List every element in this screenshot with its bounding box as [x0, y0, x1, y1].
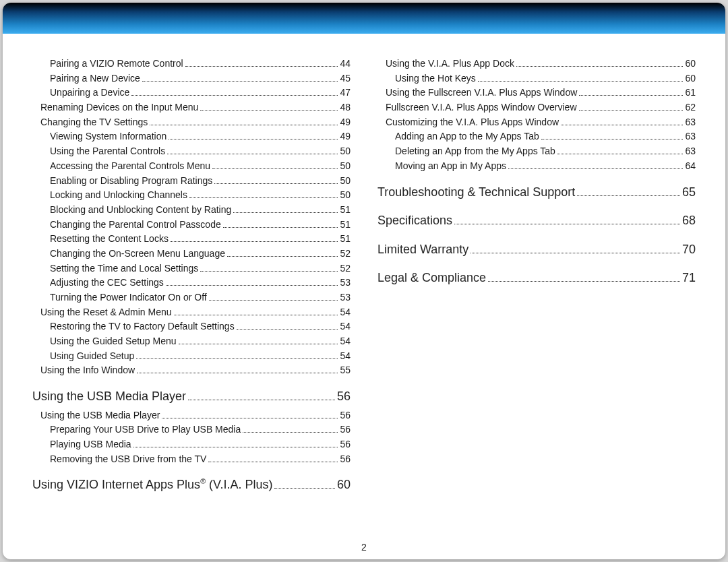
toc-entry: Changing the On-Screen Menu Language52	[32, 247, 351, 261]
toc-entry: Using the Info Window55	[32, 363, 351, 378]
toc-entry-title: Viewing System Information	[50, 129, 166, 144]
toc-leader-dots	[174, 315, 338, 315]
toc-leader-dots	[209, 300, 338, 301]
toc-entry: Playing USB Media56	[32, 437, 351, 452]
toc-entry-page: 49	[340, 129, 351, 144]
toc-entry-title: Setting the Time and Local Settings	[50, 261, 198, 276]
toc-entry-title: Customizing the V.I.A. Plus Apps Window	[386, 115, 559, 130]
toc-entry: Using the Parental Controls50	[32, 144, 351, 159]
toc-entry: Preparing Your USB Drive to Play USB Med…	[32, 423, 351, 437]
toc-leader-dots	[169, 139, 338, 139]
toc-entry-title: Using VIZIO Internet Apps Plus® (V.I.A. …	[32, 474, 272, 495]
toc-entry: Renaming Devices on the Input Menu48	[32, 100, 351, 115]
toc-entry-title: Preparing Your USB Drive to Play USB Med…	[50, 423, 241, 437]
toc-entry-title: Playing USB Media	[50, 437, 131, 452]
toc-entry-page: 54	[340, 319, 351, 334]
toc-entry-page: 54	[340, 349, 351, 364]
toc-leader-dots	[274, 488, 335, 489]
toc-leader-dots	[561, 125, 683, 125]
toc-entry-page: 56	[337, 386, 351, 407]
toc-entry: Changing the Parental Control Passcode51	[32, 218, 351, 232]
toc-entry-page: 53	[340, 276, 351, 290]
toc-entry-title: Using the Parental Controls	[50, 144, 165, 159]
toc-entry-page: 45	[340, 71, 351, 86]
manual-page: Pairing a VIZIO Remote Control44Pairing …	[3, 3, 725, 559]
toc-entry-page: 44	[340, 57, 351, 71]
toc-entry: Fullscreen V.I.A. Plus Apps Window Overv…	[377, 100, 696, 115]
toc-entry-page: 61	[685, 86, 696, 100]
toc-entry-page: 54	[340, 334, 351, 349]
toc-entry: Locking and Unlocking Channels50	[32, 188, 351, 203]
toc-entry-page: 56	[340, 437, 351, 452]
toc-leader-dots	[167, 154, 338, 154]
toc-entry-title: Enabling or Disabling Program Ratings	[50, 174, 212, 189]
toc-entry-page: 51	[340, 203, 351, 218]
toc-entry: Limited Warranty70	[377, 239, 696, 260]
toc-entry-page: 50	[340, 144, 351, 159]
toc-entry: Blocking and Unblocking Content by Ratin…	[32, 203, 351, 218]
toc-entry-page: 52	[340, 247, 351, 261]
toc-entry: Unpairing a Device47	[32, 86, 351, 100]
toc-entry-page: 51	[340, 232, 351, 247]
toc-leader-dots	[200, 110, 338, 111]
toc-content: Pairing a VIZIO Remote Control44Pairing …	[3, 34, 725, 503]
toc-entry-title: Using the Info Window	[40, 363, 135, 378]
toc-entry-page: 63	[685, 144, 696, 159]
toc-leader-dots	[488, 281, 680, 282]
toc-leader-dots	[223, 227, 338, 228]
toc-leader-dots	[133, 447, 338, 447]
toc-entry-page: 62	[685, 100, 696, 115]
toc-entry: Setting the Time and Local Settings52	[32, 261, 351, 276]
toc-entry-title: Changing the Parental Control Passcode	[50, 218, 221, 232]
toc-entry-title: Removing the USB Drive from the TV	[50, 452, 206, 467]
toc-entry-page: 70	[682, 239, 696, 260]
toc-entry-title: Changing the TV Settings	[40, 115, 148, 130]
toc-leader-dots	[227, 256, 338, 257]
toc-leader-dots	[162, 418, 338, 418]
toc-entry-page: 64	[685, 159, 696, 174]
toc-leader-dots	[131, 95, 338, 96]
toc-entry: Viewing System Information49	[32, 129, 351, 144]
toc-entry-title: Legal & Compliance	[377, 268, 486, 288]
toc-entry-title: Using the Reset & Admin Menu	[40, 305, 172, 320]
toc-entry-page: 68	[682, 210, 696, 231]
toc-leader-dots	[516, 66, 684, 67]
toc-leader-dots	[243, 432, 338, 433]
toc-entry-page: 71	[682, 268, 696, 288]
toc-leader-dots	[150, 125, 338, 125]
toc-leader-dots	[179, 344, 338, 344]
toc-entry-title: Accessing the Parental Controls Menu	[50, 159, 210, 174]
toc-entry-page: 55	[340, 363, 351, 378]
toc-leader-dots	[208, 462, 338, 462]
toc-entry: Deleting an App from the My Apps Tab63	[377, 144, 696, 159]
toc-entry: Enabling or Disabling Program Ratings50	[32, 174, 351, 189]
toc-entry: Using the USB Media Player56	[32, 386, 351, 407]
toc-entry-title: Using the Fullscreen V.I.A. Plus Apps Wi…	[386, 86, 577, 100]
toc-entry-page: 60	[685, 71, 696, 86]
toc-entry-page: 63	[685, 129, 696, 144]
toc-entry-page: 65	[682, 182, 696, 203]
toc-entry: Adjusting the CEC Settings53	[32, 276, 351, 290]
toc-entry-title: Resetting the Content Locks	[50, 232, 169, 247]
toc-entry-page: 50	[340, 188, 351, 203]
toc-entry-title: Blocking and Unblocking Content by Ratin…	[50, 203, 231, 218]
toc-entry-page: 53	[340, 290, 351, 305]
header-bar	[3, 3, 725, 34]
toc-entry: Using the Guided Setup Menu54	[32, 334, 351, 349]
toc-entry: Resetting the Content Locks51	[32, 232, 351, 247]
page-number: 2	[3, 542, 725, 553]
toc-leader-dots	[212, 168, 338, 169]
toc-entry-page: 47	[340, 86, 351, 100]
toc-entry-title: Using the Hot Keys	[395, 71, 476, 86]
toc-leader-dots	[557, 154, 684, 154]
toc-leader-dots	[454, 224, 680, 224]
toc-entry-page: 48	[340, 100, 351, 115]
toc-entry-page: 54	[340, 305, 351, 320]
toc-leader-dots	[214, 183, 338, 184]
toc-leader-dots	[579, 95, 683, 96]
toc-entry: Pairing a New Device45	[32, 71, 351, 86]
toc-entry-title: Using the Guided Setup Menu	[50, 334, 177, 349]
toc-leader-dots	[185, 66, 338, 67]
toc-entry: Customizing the V.I.A. Plus Apps Window6…	[377, 115, 696, 130]
toc-entry: Using VIZIO Internet Apps Plus® (V.I.A. …	[32, 474, 351, 495]
